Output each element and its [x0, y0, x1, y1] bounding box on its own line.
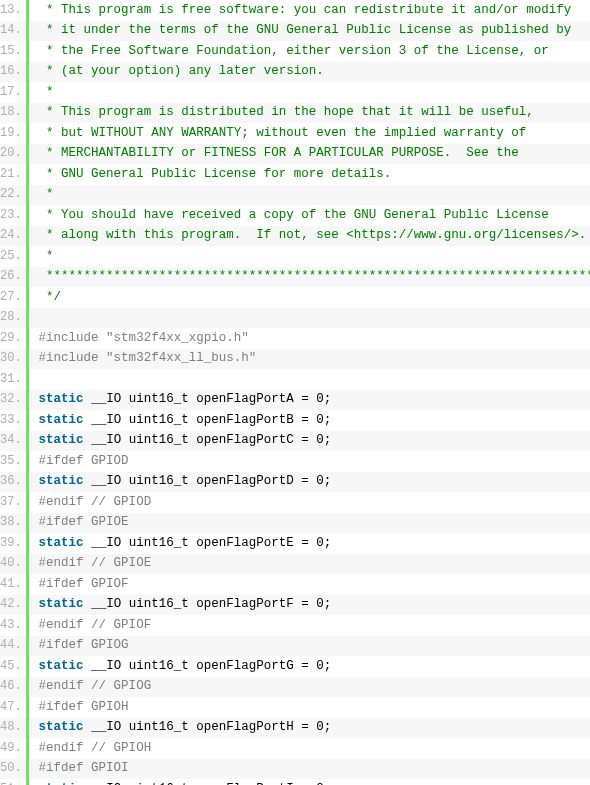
code-content[interactable]: #ifdef GPIOI — [27, 759, 590, 780]
token-keyword: static — [39, 597, 84, 611]
code-content[interactable]: * GNU General Public License for more de… — [27, 164, 590, 185]
code-line[interactable]: 47.#ifdef GPIOH — [0, 697, 590, 718]
code-line[interactable]: 34.static __IO uint16_t openFlagPortC = … — [0, 431, 590, 452]
code-line[interactable]: 15. * the Free Software Foundation, eith… — [0, 41, 590, 62]
code-line[interactable]: 30.#include "stm32f4xx_ll_bus.h" — [0, 349, 590, 370]
code-line[interactable]: 33.static __IO uint16_t openFlagPortB = … — [0, 410, 590, 431]
code-content[interactable]: #ifdef GPIOE — [27, 513, 590, 534]
code-content[interactable]: */ — [27, 287, 590, 308]
code-content[interactable]: #endif // GPIOG — [27, 677, 590, 698]
code-line[interactable]: 43.#endif // GPIOF — [0, 615, 590, 636]
code-line[interactable]: 42.static __IO uint16_t openFlagPortF = … — [0, 595, 590, 616]
token-keyword: static — [39, 433, 84, 447]
code-line[interactable]: 14. * it under the terms of the GNU Gene… — [0, 21, 590, 42]
code-line[interactable]: 39.static __IO uint16_t openFlagPortE = … — [0, 533, 590, 554]
code-content[interactable]: * This program is distributed in the hop… — [27, 103, 590, 124]
code-line[interactable]: 38.#ifdef GPIOE — [0, 513, 590, 534]
line-number: 38. — [0, 513, 27, 534]
code-content[interactable]: static __IO uint16_t openFlagPortE = 0; — [27, 533, 590, 554]
code-content[interactable]: #include "stm32f4xx_ll_bus.h" — [27, 349, 590, 370]
code-line[interactable]: 19. * but WITHOUT ANY WARRANTY; without … — [0, 123, 590, 144]
code-line[interactable]: 13. * This program is free software: you… — [0, 0, 590, 21]
code-line[interactable]: 36.static __IO uint16_t openFlagPortD = … — [0, 472, 590, 493]
line-number: 30. — [0, 349, 27, 370]
token-comment: * MERCHANTABILITY or FITNESS FOR A PARTI… — [39, 146, 519, 160]
code-content[interactable]: * it under the terms of the GNU General … — [27, 21, 590, 42]
code-line[interactable]: 17. * — [0, 82, 590, 103]
code-line[interactable]: 51.static __IO uint16_t openFlagPortI = … — [0, 779, 590, 785]
code-line[interactable]: 50.#ifdef GPIOI — [0, 759, 590, 780]
line-number: 42. — [0, 595, 27, 616]
code-content[interactable]: #include "stm32f4xx_xgpio.h" — [27, 328, 590, 349]
code-content[interactable]: static __IO uint16_t openFlagPortG = 0; — [27, 656, 590, 677]
code-line[interactable]: 23. * You should have received a copy of… — [0, 205, 590, 226]
code-line[interactable]: 32.static __IO uint16_t openFlagPortA = … — [0, 390, 590, 411]
token-comment: * — [39, 249, 54, 263]
line-number: 45. — [0, 656, 27, 677]
code-content[interactable]: #ifdef GPIOH — [27, 697, 590, 718]
code-line[interactable]: 35.#ifdef GPIOD — [0, 451, 590, 472]
code-content[interactable]: * — [27, 185, 590, 206]
code-content[interactable]: static __IO uint16_t openFlagPortH = 0; — [27, 718, 590, 739]
code-line[interactable]: 49.#endif // GPIOH — [0, 738, 590, 759]
code-line[interactable]: 27. */ — [0, 287, 590, 308]
token-keyword: static — [39, 659, 84, 673]
code-content[interactable]: #ifdef GPIOG — [27, 636, 590, 657]
token-comment: * This program is distributed in the hop… — [39, 105, 534, 119]
line-number: 36. — [0, 472, 27, 493]
code-line[interactable]: 45.static __IO uint16_t openFlagPortG = … — [0, 656, 590, 677]
code-line[interactable]: 22. * — [0, 185, 590, 206]
code-line[interactable]: 29.#include "stm32f4xx_xgpio.h" — [0, 328, 590, 349]
code-content[interactable]: #ifdef GPIOD — [27, 451, 590, 472]
token-comment: * — [39, 85, 54, 99]
token-plain: __IO uint16_t openFlagPortC = 0; — [84, 433, 332, 447]
code-line[interactable]: 40.#endif // GPIOE — [0, 554, 590, 575]
code-content[interactable]: #ifdef GPIOF — [27, 574, 590, 595]
code-content[interactable]: #endif // GPIOF — [27, 615, 590, 636]
code-content[interactable]: * You should have received a copy of the… — [27, 205, 590, 226]
code-line[interactable]: 46.#endif // GPIOG — [0, 677, 590, 698]
token-keyword: static — [39, 782, 84, 786]
code-content[interactable] — [27, 308, 590, 329]
code-content[interactable]: ****************************************… — [27, 267, 590, 288]
code-line[interactable]: 20. * MERCHANTABILITY or FITNESS FOR A P… — [0, 144, 590, 165]
code-content[interactable]: * — [27, 246, 590, 267]
token-plain: __IO uint16_t openFlagPortF = 0; — [84, 597, 332, 611]
token-keyword: static — [39, 720, 84, 734]
code-line[interactable]: 48.static __IO uint16_t openFlagPortH = … — [0, 718, 590, 739]
code-line[interactable]: 31. — [0, 369, 590, 390]
code-line[interactable]: 44.#ifdef GPIOG — [0, 636, 590, 657]
code-line[interactable]: 16. * (at your option) any later version… — [0, 62, 590, 83]
code-line[interactable]: 21. * GNU General Public License for mor… — [0, 164, 590, 185]
code-content[interactable]: #endif // GPIOH — [27, 738, 590, 759]
token-plain: __IO uint16_t openFlagPortE = 0; — [84, 536, 332, 550]
code-content[interactable] — [27, 369, 590, 390]
code-line[interactable]: 28. — [0, 308, 590, 329]
code-content[interactable]: static __IO uint16_t openFlagPortC = 0; — [27, 431, 590, 452]
code-line[interactable]: 25. * — [0, 246, 590, 267]
code-content[interactable]: * the Free Software Foundation, either v… — [27, 41, 590, 62]
code-content[interactable]: * (at your option) any later version. — [27, 62, 590, 83]
code-content[interactable]: #endif // GPIOD — [27, 492, 590, 513]
code-content[interactable]: static __IO uint16_t openFlagPortB = 0; — [27, 410, 590, 431]
code-line[interactable]: 26. ************************************… — [0, 267, 590, 288]
code-content[interactable]: static __IO uint16_t openFlagPortD = 0; — [27, 472, 590, 493]
code-content[interactable]: * but WITHOUT ANY WARRANTY; without even… — [27, 123, 590, 144]
code-content[interactable]: * — [27, 82, 590, 103]
code-content[interactable]: * MERCHANTABILITY or FITNESS FOR A PARTI… — [27, 144, 590, 165]
code-content[interactable]: static __IO uint16_t openFlagPortF = 0; — [27, 595, 590, 616]
line-number: 46. — [0, 677, 27, 698]
token-comment: * along with this program. If not, see <… — [39, 228, 587, 242]
token-preproc: #ifdef GPIOI — [39, 761, 129, 775]
code-line[interactable]: 24. * along with this program. If not, s… — [0, 226, 590, 247]
line-number: 15. — [0, 41, 27, 62]
code-content[interactable]: #endif // GPIOE — [27, 554, 590, 575]
code-line[interactable]: 18. * This program is distributed in the… — [0, 103, 590, 124]
code-content[interactable]: * This program is free software: you can… — [27, 0, 590, 21]
code-content[interactable]: static __IO uint16_t openFlagPortA = 0; — [27, 390, 590, 411]
code-content[interactable]: * along with this program. If not, see <… — [27, 226, 590, 247]
code-line[interactable]: 41.#ifdef GPIOF — [0, 574, 590, 595]
code-line[interactable]: 37.#endif // GPIOD — [0, 492, 590, 513]
code-content[interactable]: static __IO uint16_t openFlagPortI = 0; — [27, 779, 590, 785]
token-preproc: #endif // GPIOH — [39, 741, 152, 755]
